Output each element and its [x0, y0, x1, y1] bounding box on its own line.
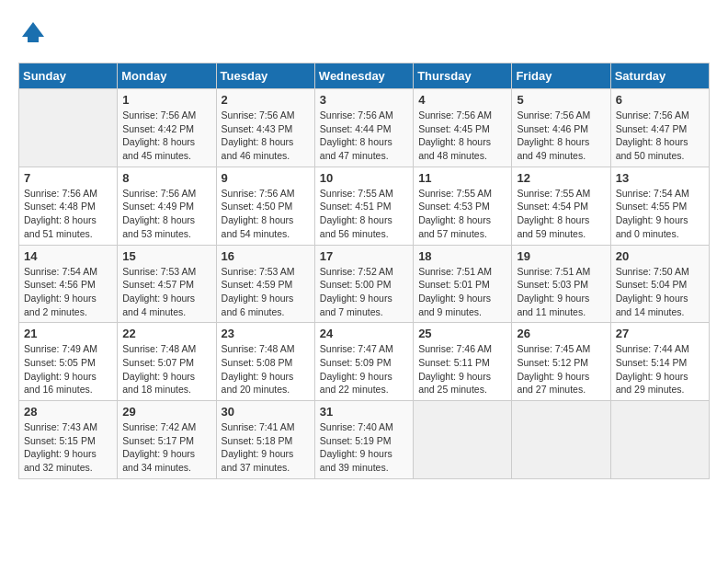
day-number: 3 [320, 93, 408, 107]
calendar-week-row: 14Sunrise: 7:54 AMSunset: 4:56 PMDayligh… [19, 245, 710, 323]
day-number: 22 [122, 327, 210, 340]
calendar-week-row: 1Sunrise: 7:56 AMSunset: 4:42 PMDaylight… [19, 89, 710, 167]
day-info: Sunrise: 7:55 AMSunset: 4:54 PMDaylight:… [517, 187, 605, 241]
day-info: Sunrise: 7:56 AMSunset: 4:45 PMDaylight:… [418, 109, 506, 163]
calendar-cell [19, 89, 118, 167]
col-header-sunday: Sunday [19, 63, 118, 89]
calendar-cell: 6Sunrise: 7:56 AMSunset: 4:47 PMDaylight… [610, 89, 709, 167]
day-info: Sunrise: 7:48 AMSunset: 5:07 PMDaylight:… [122, 342, 210, 396]
calendar-cell: 31Sunrise: 7:40 AMSunset: 5:19 PMDayligh… [314, 401, 413, 479]
day-number: 6 [616, 93, 704, 107]
day-info: Sunrise: 7:45 AMSunset: 5:12 PMDaylight:… [517, 342, 605, 396]
calendar-cell: 30Sunrise: 7:41 AMSunset: 5:18 PMDayligh… [216, 401, 314, 479]
col-header-wednesday: Wednesday [314, 63, 413, 89]
day-info: Sunrise: 7:56 AMSunset: 4:50 PMDaylight:… [222, 187, 310, 241]
calendar-cell: 28Sunrise: 7:43 AMSunset: 5:15 PMDayligh… [19, 401, 118, 479]
calendar-cell [610, 401, 709, 479]
day-number: 27 [616, 327, 704, 340]
day-number: 10 [320, 171, 408, 185]
calendar-cell: 21Sunrise: 7:49 AMSunset: 5:05 PMDayligh… [19, 323, 118, 401]
day-number: 11 [418, 171, 506, 185]
col-header-monday: Monday [118, 63, 216, 89]
day-number: 1 [122, 93, 210, 107]
calendar-table: SundayMondayTuesdayWednesdayThursdayFrid… [18, 63, 710, 479]
calendar-cell: 8Sunrise: 7:56 AMSunset: 4:49 PMDaylight… [118, 167, 216, 245]
calendar-cell: 3Sunrise: 7:56 AMSunset: 4:44 PMDaylight… [314, 89, 413, 167]
day-info: Sunrise: 7:54 AMSunset: 4:56 PMDaylight:… [24, 265, 112, 319]
day-info: Sunrise: 7:42 AMSunset: 5:17 PMDaylight:… [122, 420, 210, 475]
day-number: 18 [418, 249, 506, 263]
day-number: 4 [418, 93, 506, 107]
svg-marker-0 [22, 22, 44, 37]
day-number: 29 [122, 405, 210, 419]
day-number: 13 [616, 171, 704, 185]
calendar-cell: 15Sunrise: 7:53 AMSunset: 4:57 PMDayligh… [118, 245, 216, 323]
day-number: 25 [418, 327, 506, 340]
day-info: Sunrise: 7:53 AMSunset: 4:59 PMDaylight:… [222, 265, 310, 319]
col-header-tuesday: Tuesday [216, 63, 314, 89]
calendar-cell: 17Sunrise: 7:52 AMSunset: 5:00 PMDayligh… [314, 245, 413, 323]
day-number: 14 [24, 249, 112, 263]
day-number: 23 [222, 327, 310, 340]
day-info: Sunrise: 7:51 AMSunset: 5:01 PMDaylight:… [418, 265, 506, 319]
calendar-cell: 14Sunrise: 7:54 AMSunset: 4:56 PMDayligh… [19, 245, 118, 323]
day-number: 2 [222, 93, 310, 107]
day-info: Sunrise: 7:56 AMSunset: 4:42 PMDaylight:… [122, 109, 210, 163]
calendar-cell: 27Sunrise: 7:44 AMSunset: 5:14 PMDayligh… [610, 323, 709, 401]
day-number: 28 [24, 405, 112, 419]
svg-rect-1 [28, 37, 39, 42]
calendar-cell: 26Sunrise: 7:45 AMSunset: 5:12 PMDayligh… [512, 323, 610, 401]
day-number: 9 [222, 171, 310, 185]
calendar-cell: 18Sunrise: 7:51 AMSunset: 5:01 PMDayligh… [414, 245, 512, 323]
logo-icon [18, 18, 48, 48]
day-info: Sunrise: 7:40 AMSunset: 5:19 PMDaylight:… [320, 420, 408, 475]
col-header-saturday: Saturday [610, 63, 709, 89]
calendar-cell: 10Sunrise: 7:55 AMSunset: 4:51 PMDayligh… [314, 167, 413, 245]
calendar-cell: 4Sunrise: 7:56 AMSunset: 4:45 PMDaylight… [414, 89, 512, 167]
day-number: 7 [24, 171, 112, 185]
day-info: Sunrise: 7:51 AMSunset: 5:03 PMDaylight:… [517, 265, 605, 319]
calendar-cell [512, 401, 610, 479]
day-info: Sunrise: 7:49 AMSunset: 5:05 PMDaylight:… [24, 342, 112, 396]
day-info: Sunrise: 7:46 AMSunset: 5:11 PMDaylight:… [418, 342, 506, 396]
calendar-cell: 9Sunrise: 7:56 AMSunset: 4:50 PMDaylight… [216, 167, 314, 245]
calendar-cell: 24Sunrise: 7:47 AMSunset: 5:09 PMDayligh… [314, 323, 413, 401]
day-number: 30 [222, 405, 310, 419]
day-number: 5 [517, 93, 605, 107]
calendar-week-row: 7Sunrise: 7:56 AMSunset: 4:48 PMDaylight… [19, 167, 710, 245]
day-info: Sunrise: 7:55 AMSunset: 4:53 PMDaylight:… [418, 187, 506, 241]
day-info: Sunrise: 7:54 AMSunset: 4:55 PMDaylight:… [616, 187, 704, 241]
calendar-cell: 1Sunrise: 7:56 AMSunset: 4:42 PMDaylight… [118, 89, 216, 167]
day-info: Sunrise: 7:56 AMSunset: 4:49 PMDaylight:… [122, 187, 210, 241]
day-number: 20 [616, 249, 704, 263]
page-header [18, 18, 710, 48]
day-number: 16 [222, 249, 310, 263]
day-info: Sunrise: 7:53 AMSunset: 4:57 PMDaylight:… [122, 265, 210, 319]
calendar-cell [414, 401, 512, 479]
day-info: Sunrise: 7:43 AMSunset: 5:15 PMDaylight:… [24, 420, 112, 475]
day-number: 17 [320, 249, 408, 263]
day-number: 26 [517, 327, 605, 340]
day-number: 8 [122, 171, 210, 185]
day-number: 15 [122, 249, 210, 263]
calendar-cell: 19Sunrise: 7:51 AMSunset: 5:03 PMDayligh… [512, 245, 610, 323]
day-number: 21 [24, 327, 112, 340]
day-number: 19 [517, 249, 605, 263]
day-info: Sunrise: 7:44 AMSunset: 5:14 PMDaylight:… [616, 342, 704, 396]
logo [18, 18, 51, 48]
col-header-thursday: Thursday [414, 63, 512, 89]
day-info: Sunrise: 7:56 AMSunset: 4:44 PMDaylight:… [320, 109, 408, 163]
calendar-header-row: SundayMondayTuesdayWednesdayThursdayFrid… [19, 63, 710, 89]
day-info: Sunrise: 7:56 AMSunset: 4:48 PMDaylight:… [24, 187, 112, 241]
day-info: Sunrise: 7:56 AMSunset: 4:43 PMDaylight:… [222, 109, 310, 163]
col-header-friday: Friday [512, 63, 610, 89]
calendar-cell: 12Sunrise: 7:55 AMSunset: 4:54 PMDayligh… [512, 167, 610, 245]
day-number: 12 [517, 171, 605, 185]
calendar-cell: 16Sunrise: 7:53 AMSunset: 4:59 PMDayligh… [216, 245, 314, 323]
day-info: Sunrise: 7:55 AMSunset: 4:51 PMDaylight:… [320, 187, 408, 241]
day-info: Sunrise: 7:47 AMSunset: 5:09 PMDaylight:… [320, 342, 408, 396]
calendar-cell: 7Sunrise: 7:56 AMSunset: 4:48 PMDaylight… [19, 167, 118, 245]
calendar-cell: 22Sunrise: 7:48 AMSunset: 5:07 PMDayligh… [118, 323, 216, 401]
calendar-cell: 29Sunrise: 7:42 AMSunset: 5:17 PMDayligh… [118, 401, 216, 479]
calendar-cell: 5Sunrise: 7:56 AMSunset: 4:46 PMDaylight… [512, 89, 610, 167]
